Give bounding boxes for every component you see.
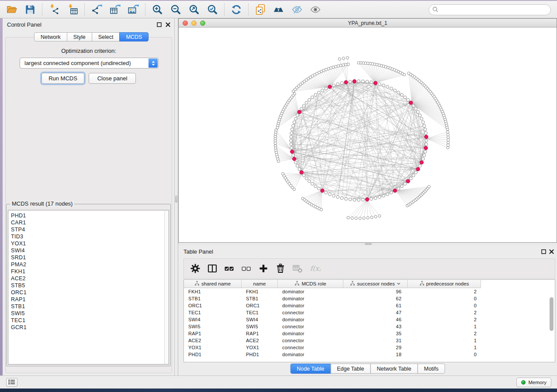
mcds-hub-node[interactable] (424, 146, 428, 150)
cell-shared-name[interactable]: YOX1 (184, 344, 242, 351)
gene-node[interactable] (404, 96, 407, 99)
cell-shared-name[interactable]: SWI5 (184, 323, 242, 330)
gene-node[interactable] (344, 63, 347, 66)
gene-node[interactable] (374, 196, 377, 199)
gene-node[interactable] (378, 83, 381, 86)
gene-node[interactable] (293, 121, 296, 124)
gene-node[interactable] (336, 83, 339, 86)
gene-node[interactable] (419, 114, 422, 117)
table-row[interactable]: STB1STB1dominator620 (184, 295, 555, 302)
cell-predecessor-nodes[interactable]: 2 (408, 309, 481, 316)
criterion-dropdown[interactable]: largest connected component (undirected) (20, 58, 159, 69)
cell-name[interactable]: FKH1 (242, 288, 278, 295)
refresh-view-button[interactable] (227, 2, 246, 17)
gene-node[interactable] (325, 191, 328, 194)
mcds-hub-node[interactable] (291, 150, 294, 153)
close-panel-icon[interactable] (165, 22, 171, 28)
gene-node[interactable] (423, 154, 426, 157)
gene-node[interactable] (353, 198, 356, 201)
gene-node[interactable] (298, 168, 301, 171)
float-panel-icon[interactable] (156, 22, 162, 28)
gene-node[interactable] (308, 180, 311, 183)
gene-node[interactable] (370, 216, 373, 219)
cell-predecessor-nodes[interactable]: 1 (408, 323, 481, 330)
gene-node[interactable] (294, 117, 298, 120)
cell-predecessor-nodes[interactable]: 0 (408, 302, 481, 309)
gene-node[interactable] (370, 81, 373, 84)
gene-node[interactable] (412, 104, 415, 107)
gene-node[interactable] (374, 215, 377, 218)
gene-node[interactable] (332, 84, 336, 87)
gene-node[interactable] (400, 185, 403, 188)
cell-predecessor-nodes[interactable]: 1 (408, 337, 481, 344)
gene-node[interactable] (415, 171, 418, 174)
cell-shared-name[interactable]: ACE2 (184, 337, 242, 344)
tab-network-table[interactable]: Network Table (370, 364, 418, 374)
tab-network[interactable]: Network (34, 32, 67, 41)
gene-node[interactable] (361, 198, 364, 201)
mcds-result-item[interactable]: YOX1 (8, 240, 169, 247)
run-mcds-button[interactable]: Run MCDS (42, 73, 84, 84)
mcds-result-item[interactable]: STB5 (8, 282, 169, 289)
zoom-in-button[interactable] (148, 2, 166, 17)
gene-node[interactable] (367, 217, 369, 219)
mcds-hub-node[interactable] (374, 81, 377, 85)
gene-node[interactable] (320, 208, 322, 211)
cell-MCDS-role[interactable]: dominator (278, 295, 343, 302)
gene-node[interactable] (408, 72, 410, 75)
search-input[interactable] (441, 7, 547, 13)
cell-name[interactable]: YOX1 (242, 344, 278, 351)
mcds-hub-node[interactable] (353, 79, 356, 83)
mcds-result-item[interactable]: SWI4 (8, 247, 169, 254)
cell-name[interactable]: TEC1 (242, 309, 278, 316)
table-row[interactable]: SWI4SWI4dominator462 (184, 316, 555, 323)
cell-successor-nodes[interactable]: 96 (343, 288, 408, 295)
gene-node[interactable] (428, 186, 430, 188)
cell-predecessor-nodes[interactable]: 1 (408, 344, 481, 351)
cell-successor-nodes[interactable]: 18 (343, 351, 408, 358)
column-header-predecessor-nodes[interactable]: predecessor nodes (408, 280, 481, 288)
import-table-from-file-button[interactable] (63, 2, 82, 17)
gene-node[interactable] (378, 215, 381, 217)
gene-node[interactable] (345, 197, 348, 200)
gene-node[interactable] (349, 198, 352, 201)
column-header-successor-nodes[interactable]: successor nodes (343, 280, 408, 288)
deselect-all-button[interactable] (239, 261, 253, 275)
mcds-result-item[interactable]: ORC1 (8, 289, 169, 296)
gene-node[interactable] (290, 139, 293, 142)
network-graph[interactable] (179, 28, 557, 242)
cell-shared-name[interactable]: RAP1 (184, 330, 242, 337)
mcds-result-item[interactable]: GCR1 (8, 324, 169, 331)
gene-node[interactable] (447, 141, 450, 144)
column-header-shared-name[interactable]: shared name (184, 280, 242, 288)
cell-MCDS-role[interactable]: connector (278, 323, 343, 330)
gene-node[interactable] (274, 142, 277, 144)
gene-node[interactable] (447, 144, 450, 146)
mcds-hub-node[interactable] (344, 80, 348, 84)
mcds-hub-node[interactable] (298, 110, 301, 113)
gene-node[interactable] (446, 131, 449, 134)
gene-node[interactable] (447, 136, 450, 138)
cell-MCDS-role[interactable]: connector (278, 344, 343, 351)
gene-node[interactable] (447, 138, 450, 141)
table-row[interactable]: ACE2ACE2connector311 (184, 337, 555, 344)
tab-edge-table[interactable]: Edge Table (330, 364, 370, 374)
mcds-hub-node[interactable] (300, 171, 303, 174)
mcds-result-item[interactable]: SRD1 (8, 254, 169, 261)
first-neighbors-button[interactable] (270, 2, 288, 17)
open-file-button[interactable] (3, 2, 21, 17)
mcds-list-scrollbar[interactable] (164, 210, 169, 364)
gene-node[interactable] (347, 63, 349, 65)
mcds-hub-node[interactable] (328, 85, 332, 89)
hide-selected-button[interactable] (288, 2, 306, 17)
gene-node[interactable] (296, 165, 299, 168)
gene-node[interactable] (311, 182, 314, 186)
mcds-result-item[interactable]: SWI5 (8, 310, 169, 317)
gene-node[interactable] (415, 107, 418, 110)
gene-node[interactable] (420, 117, 423, 120)
gene-node[interactable] (347, 217, 349, 219)
mcds-hub-node[interactable] (365, 198, 369, 201)
cell-shared-name[interactable]: SWI4 (184, 316, 242, 323)
cell-successor-nodes[interactable]: 35 (343, 330, 408, 337)
memory-button[interactable]: Memory (516, 378, 551, 387)
